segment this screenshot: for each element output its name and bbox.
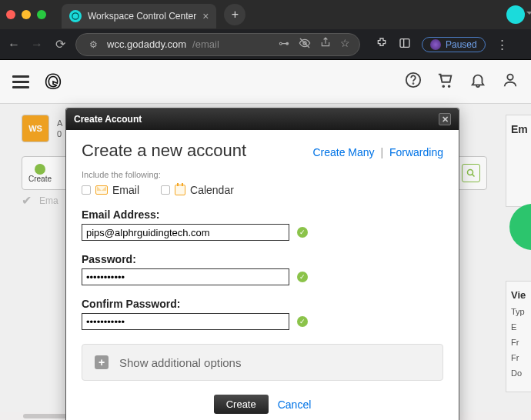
plus-icon: + [95,355,109,369]
eye-off-icon[interactable] [299,37,311,52]
email-address-label: Email Address: [82,208,443,221]
browser-profile-dropdown[interactable] [506,5,525,24]
new-tab-button[interactable]: + [224,4,245,25]
forward-button[interactable]: → [29,38,45,52]
calendar-icon [175,185,185,195]
email-icon [95,185,108,195]
modal-close-button[interactable]: ✕ [439,113,451,125]
password-label: Password: [82,253,443,265]
profile-avatar-icon [430,39,441,50]
modal-heading: Create a new account [82,141,246,161]
create-submit-button[interactable]: Create [214,395,269,414]
reload-button[interactable]: ⟳ [52,37,68,52]
svg-rect-3 [400,39,409,48]
address-bar[interactable]: ⚙ wcc.godaddy.com/email ⊶ ☆ [75,33,360,56]
url-path: /email [192,38,219,50]
paused-label: Paused [446,39,477,50]
window-close[interactable] [6,10,15,19]
browser-tab-strip: Workspace Control Center × + [0,0,531,29]
valid-check-icon: ✓ [297,227,308,238]
tab-title: Workspace Control Center [88,11,196,22]
window-controls [6,10,46,19]
tab-favicon [69,10,82,22]
window-minimize[interactable] [22,10,31,19]
password-input[interactable] [82,268,289,285]
link-separator: | [380,146,383,158]
url-host: wcc.godaddy.com [107,38,186,50]
include-label: Include the following: [82,170,443,179]
bookmark-star-icon[interactable]: ☆ [340,37,350,52]
confirm-password-label: Confirm Password: [82,298,443,310]
svg-point-0 [72,13,78,19]
email-checkbox[interactable] [82,185,91,195]
show-additional-label: Show additional options [119,356,241,369]
kebab-menu-icon[interactable]: ⋮ [496,38,508,52]
email-address-input[interactable] [82,224,289,241]
valid-check-icon: ✓ [297,316,308,327]
calendar-checkbox[interactable] [161,185,170,195]
forwarding-link[interactable]: Forwarding [389,146,443,158]
extensions-icon[interactable] [376,37,388,52]
valid-check-icon: ✓ [297,272,308,282]
key-icon[interactable]: ⊶ [279,37,289,52]
back-button[interactable]: ← [6,38,22,52]
calendar-checkbox-label: Calendar [190,184,234,196]
create-many-link[interactable]: Create Many [312,146,374,158]
confirm-password-input[interactable] [82,313,289,330]
window-maximize[interactable] [37,10,46,19]
share-icon[interactable] [320,37,331,52]
modal-titlebar: Create Account ✕ [66,108,459,130]
site-info-icon[interactable]: ⚙ [85,39,101,50]
browser-tab[interactable]: Workspace Control Center × [62,4,216,28]
create-account-modal: Create Account ✕ Create a new account Cr… [65,108,459,420]
profile-paused-button[interactable]: Paused [422,37,486,52]
modal-titlebar-text: Create Account [74,114,142,125]
sidepanel-icon[interactable] [399,37,411,52]
show-additional-options[interactable]: + Show additional options [82,344,443,381]
tab-close-icon[interactable]: × [202,10,209,22]
cancel-link[interactable]: Cancel [278,398,312,411]
browser-toolbar: ← → ⟳ ⚙ wcc.godaddy.com/email ⊶ ☆ Paused… [0,29,531,60]
email-checkbox-label: Email [112,184,139,196]
